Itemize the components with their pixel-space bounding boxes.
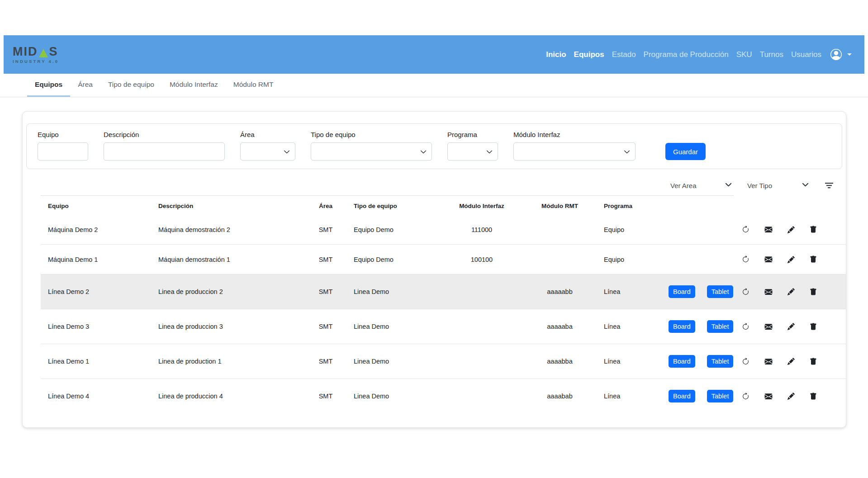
tab-equipos[interactable]: Equipos	[27, 74, 70, 97]
tab-tipo-de-equipo[interactable]: Tipo de equipo	[100, 74, 162, 97]
cell-area: SMT	[303, 309, 348, 344]
cell-modulo-rmt: aaaabab	[527, 379, 593, 414]
tab-modulo-interfaz[interactable]: Módulo Interfaz	[162, 74, 226, 97]
tabs-bar: EquiposÁreaTipo de equipoMódulo Interfaz…	[0, 74, 868, 97]
cell-programa: Línea	[593, 344, 655, 379]
tipo-de-equipo-label: Tipo de equipo	[311, 131, 432, 138]
delete-icon[interactable]	[810, 256, 817, 263]
tipo-de-equipo-select[interactable]	[311, 142, 432, 161]
cell-tipo-de-equipo: Linea Demo	[348, 274, 436, 309]
delete-icon[interactable]	[810, 226, 817, 233]
cell-equipo: Línea Demo 1	[41, 344, 149, 379]
nav-item-usuarios[interactable]: Usuarios	[791, 50, 821, 59]
field-programa: Programa	[447, 131, 498, 161]
table-controls: Ver Area Ver Tipo	[23, 178, 834, 193]
col-area: Área	[303, 196, 348, 215]
cell-modulo-rmt: aaaaabb	[527, 274, 593, 309]
edit-icon[interactable]	[787, 288, 795, 295]
modulo-interfaz-select[interactable]	[513, 142, 636, 161]
ver-area-select[interactable]: Ver Area	[670, 181, 732, 189]
ver-area-label: Ver Area	[670, 182, 697, 189]
cell-modulo-interfaz	[436, 309, 527, 344]
area-select[interactable]	[240, 142, 295, 161]
edit-icon[interactable]	[787, 256, 795, 263]
refresh-icon[interactable]	[742, 323, 749, 331]
table-header: Equipo Descripción Área Tipo de equipo M…	[41, 196, 846, 215]
board-button[interactable]: Board	[669, 355, 695, 368]
tab-area[interactable]: Área	[70, 74, 100, 97]
filter-icon[interactable]	[824, 181, 834, 189]
refresh-icon[interactable]	[742, 256, 749, 263]
cell-descripcion: Linea de produccion 4	[149, 379, 303, 414]
cell-equipo: Máquina Demo 2	[41, 215, 149, 245]
delete-icon[interactable]	[810, 323, 817, 331]
nav-item-equipos[interactable]: Equipos	[574, 50, 604, 59]
chevron-down-icon	[486, 149, 493, 156]
mail-icon[interactable]	[764, 226, 773, 233]
programa-select[interactable]	[447, 142, 498, 161]
table-row: Línea Demo 2 Linea de produccion 2 SMT L…	[41, 274, 846, 309]
edit-icon[interactable]	[787, 358, 795, 365]
top-margin	[0, 0, 868, 35]
nav-item-sku[interactable]: SKU	[736, 50, 752, 59]
cell-area: SMT	[303, 245, 348, 274]
logo-letters-left: MID	[13, 46, 38, 58]
refresh-icon[interactable]	[742, 226, 749, 233]
cell-buttons: Board Tablet	[655, 344, 734, 379]
cell-programa: Línea	[593, 274, 655, 309]
edit-icon[interactable]	[787, 323, 795, 330]
tablet-button[interactable]: Tablet	[707, 390, 734, 402]
user-menu[interactable]	[830, 49, 852, 60]
nav-item-estado[interactable]: Estado	[612, 50, 636, 59]
guardar-button[interactable]: Guardar	[665, 143, 706, 160]
mail-icon[interactable]	[764, 256, 773, 263]
chevron-down-icon	[624, 149, 630, 156]
equipos-table: Equipo Descripción Área Tipo de equipo M…	[41, 195, 846, 413]
tablet-button[interactable]: Tablet	[707, 355, 734, 368]
nav-item-programa-de-produccion[interactable]: Programa de Producción	[644, 50, 729, 59]
refresh-icon[interactable]	[742, 393, 749, 400]
cell-modulo-interfaz	[436, 274, 527, 309]
area-label: Área	[240, 131, 295, 138]
board-button[interactable]: Board	[669, 320, 695, 333]
refresh-icon[interactable]	[742, 288, 749, 296]
delete-icon[interactable]	[810, 288, 817, 296]
cell-descripcion: Máquian demostración 1	[149, 245, 303, 274]
tabs-row: EquiposÁreaTipo de equipoMódulo Interfaz…	[0, 74, 868, 97]
mail-icon[interactable]	[764, 358, 773, 365]
tab-modulo-rmt[interactable]: Módulo RMT	[226, 74, 281, 97]
descripcion-input[interactable]	[104, 142, 225, 161]
user-icon	[830, 49, 842, 60]
delete-icon[interactable]	[810, 358, 817, 365]
ver-tipo-select[interactable]: Ver Tipo	[747, 181, 809, 189]
refresh-icon[interactable]	[742, 358, 749, 365]
nav-item-turnos[interactable]: Turnos	[760, 50, 783, 59]
table-row: Línea Demo 4 Linea de produccion 4 SMT L…	[41, 379, 846, 414]
cell-area: SMT	[303, 215, 348, 245]
logo-text: MID S	[13, 46, 59, 58]
tablet-button[interactable]: Tablet	[707, 285, 734, 298]
mail-icon[interactable]	[764, 393, 773, 400]
equipo-form: Equipo Descripción Área Tipo de equipo	[26, 123, 842, 169]
col-actions	[734, 196, 846, 215]
delete-icon[interactable]	[810, 393, 817, 400]
cell-descripcion: Linea de production 1	[149, 344, 303, 379]
cell-modulo-rmt	[527, 245, 593, 274]
mail-icon[interactable]	[764, 288, 773, 296]
tablet-button[interactable]: Tablet	[707, 320, 734, 333]
chevron-down-icon	[420, 149, 427, 156]
table-row: Máquina Demo 1 Máquian demostración 1 SM…	[41, 245, 846, 274]
mail-icon[interactable]	[764, 323, 773, 331]
nav-item-inicio[interactable]: Inicio	[546, 50, 566, 59]
chevron-down-icon	[725, 181, 732, 189]
board-button[interactable]: Board	[669, 285, 695, 298]
edit-icon[interactable]	[787, 226, 795, 233]
cell-actions	[734, 344, 846, 379]
edit-icon[interactable]	[787, 393, 795, 400]
table-row: Línea Demo 1 Linea de production 1 SMT L…	[41, 344, 846, 379]
col-equipo: Equipo	[41, 196, 149, 215]
ver-tipo-label: Ver Tipo	[747, 182, 772, 189]
equipo-input[interactable]	[38, 142, 88, 161]
board-button[interactable]: Board	[669, 390, 695, 402]
programa-label: Programa	[447, 131, 498, 138]
